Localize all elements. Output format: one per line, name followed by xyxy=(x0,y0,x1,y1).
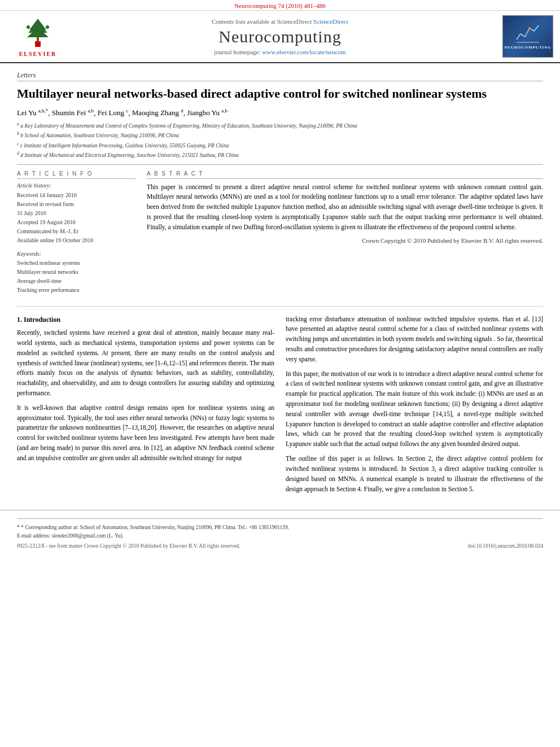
author-fei-long: Fei Long c xyxy=(98,108,129,117)
doi-text: doi:10.1016/j.neucom.2010.08.024 xyxy=(468,543,543,549)
journal-citation: Neurocomputing 74 (2010) 481–486 xyxy=(234,2,326,9)
journal-homepage-line: journal homepage: www.elsevier.com/locat… xyxy=(69,49,491,55)
author-jiangbo-yu: Jiangbo Yu a,b xyxy=(187,108,228,117)
affiliation-a: a a Key Laboratory of Measurement and Co… xyxy=(17,121,543,130)
received-revised-label: Received in revised form xyxy=(17,200,135,209)
elsevier-logo: ELSEVIER xyxy=(7,16,69,57)
revised-date: 31 July 2010 xyxy=(17,209,135,218)
copyright-line: Crown Copyright © 2010 Published by Else… xyxy=(147,237,543,244)
contents-available-line: Contents lists available at ScienceDirec… xyxy=(69,18,491,25)
article-body: Letters Multilayer neural networks-based… xyxy=(0,71,560,499)
journal-header: ELSEVIER Contents lists available at Sci… xyxy=(0,11,560,63)
right-para-3: The outline of this paper is as follows.… xyxy=(286,454,543,494)
body-columns: 1. Introduction Recently, switched syste… xyxy=(17,306,543,499)
keywords-list: Switched nonlinear systems Multilayer ne… xyxy=(17,259,135,295)
neurocomputing-badge: NEUROCOMPUTING xyxy=(502,15,553,58)
elsevier-tree-icon xyxy=(18,16,58,50)
communicated-by: Communicated by M.-J. Er xyxy=(17,227,135,236)
homepage-link[interactable]: www.elsevier.com/locate/neucom xyxy=(262,49,345,55)
available-online: Available online 19 October 2010 xyxy=(17,236,135,245)
keywords-section: Keywords: Switched nonlinear systems Mul… xyxy=(17,251,135,295)
keyword-1: Switched nonlinear systems xyxy=(17,259,135,268)
svg-point-5 xyxy=(27,25,30,29)
footnote-email-line: E-mail address: slender2008@gmail.com (L… xyxy=(17,532,543,540)
article-info-col: A R T I C L E I N F O Article history: R… xyxy=(17,171,135,295)
author-shumin-fei: Shumin Fei a,b xyxy=(52,108,94,117)
elsevier-text: ELSEVIER xyxy=(19,51,57,57)
affiliations-section: a a Key Laboratory of Measurement and Co… xyxy=(17,121,543,160)
body-left-col: 1. Introduction Recently, switched syste… xyxy=(17,314,274,499)
abstract-header: A B S T R A C T xyxy=(147,171,543,179)
footer-bottom: 0925-2312/$ - see front matter Crown Cop… xyxy=(17,543,543,549)
journal-top-bar: Neurocomputing 74 (2010) 481–486 xyxy=(0,0,560,11)
article-info-abstract-section: A R T I C L E I N F O Article history: R… xyxy=(17,164,543,295)
intro-para-2: It is well-known that adaptive control d… xyxy=(17,403,274,464)
author-maoqing-zhang: Maoqing Zhang d xyxy=(132,108,183,117)
body-right-col: tracking error disturbance attenuation o… xyxy=(286,314,543,499)
affiliation-d: d d Institute of Mechanical and Electric… xyxy=(17,150,543,159)
keywords-label: Keywords: xyxy=(17,251,135,257)
journal-info-center: Contents lists available at ScienceDirec… xyxy=(69,18,491,55)
section-1-heading: 1. Introduction xyxy=(17,314,274,325)
article-history-label: Article history: xyxy=(17,182,135,189)
issn-copyright-text: 0925-2312/$ - see front matter Crown Cop… xyxy=(17,543,240,549)
article-title: Multilayer neural networks-based direct … xyxy=(17,86,543,102)
author-lei-yu: Lei Yu a,b,* xyxy=(17,108,48,117)
science-direct-link[interactable]: ScienceDirect xyxy=(313,18,348,25)
footer-divider xyxy=(17,518,543,519)
right-para-1: tracking error disturbance attenuation o… xyxy=(286,314,543,365)
accepted-date: Accepted 19 August 2010 xyxy=(17,218,135,227)
footnote-email-content: E-mail address: slender2008@gmail.com (L… xyxy=(17,533,124,539)
badge-title-text: NEUROCOMPUTING xyxy=(504,45,552,50)
svg-point-6 xyxy=(46,25,49,29)
section-label: Letters xyxy=(17,71,543,81)
keyword-3: Average dwell-time xyxy=(17,277,135,286)
footnote-star-content: * Corresponding author at: School of Aut… xyxy=(21,525,289,530)
footnote-star-text: * * Corresponding author at: School of A… xyxy=(17,523,543,531)
keyword-2: Multilayer neural networks xyxy=(17,268,135,277)
article-info-header: A R T I C L E I N F O xyxy=(17,171,135,179)
keyword-4: Tracking error performance xyxy=(17,286,135,295)
received-date: Received 14 January 2010 xyxy=(17,191,135,200)
badge-chart-icon xyxy=(514,23,542,45)
journal-badge-area: NEUROCOMPUTING xyxy=(491,15,553,58)
elsevier-logo-area: ELSEVIER xyxy=(7,16,69,57)
right-para-2: In this paper, the motivation of our wor… xyxy=(286,369,543,450)
abstract-text: This paper is concerned to present a dir… xyxy=(147,182,543,233)
history-dates: Received 14 January 2010 Received in rev… xyxy=(17,191,135,245)
footer-area: * * Corresponding author at: School of A… xyxy=(0,510,560,552)
abstract-col: A B S T R A C T This paper is concerned … xyxy=(147,171,543,295)
journal-title: Neurocomputing xyxy=(69,27,491,46)
svg-point-9 xyxy=(528,27,531,29)
intro-para-1: Recently, switched systems have received… xyxy=(17,328,274,399)
affiliation-c: c c Institute of Intelligent Information… xyxy=(17,141,543,150)
authors-line: Lei Yu a,b,*, Shumin Fei a,b, Fei Long c… xyxy=(17,108,543,117)
affiliation-b: b b School of Automation, Southeast Univ… xyxy=(17,130,543,139)
